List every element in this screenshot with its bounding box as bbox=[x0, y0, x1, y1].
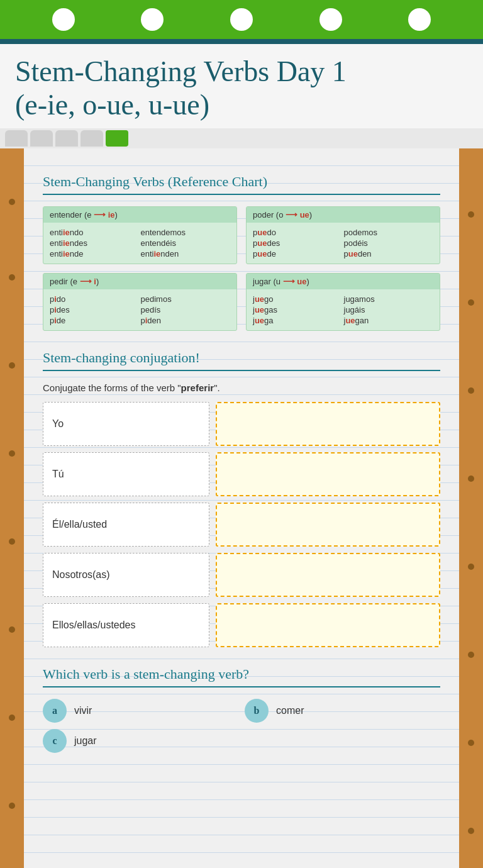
form-puedes: puedes bbox=[253, 238, 343, 248]
form-piden: piden bbox=[141, 316, 231, 325]
form-jugamos: jugamos bbox=[344, 294, 434, 304]
banner-dot-1 bbox=[52, 8, 75, 31]
verb-body-entender: entiiendo entendemos entiiendes entendéi… bbox=[43, 223, 236, 264]
verb-body-jugar: juego jugamos juegas jugáis juega juegan bbox=[247, 289, 440, 330]
form-juegas: juegas bbox=[253, 305, 343, 314]
left-bullet-4 bbox=[9, 450, 15, 457]
form-entendemos: entendemos bbox=[141, 228, 231, 237]
verb-box-poder: poder (o ⟶ ue) puedo podemos puedes podé… bbox=[246, 206, 440, 264]
form-podemos: podemos bbox=[344, 228, 434, 237]
right-bullet-5 bbox=[468, 564, 474, 570]
mc-circle-c: c bbox=[43, 729, 67, 753]
left-bullet-5 bbox=[9, 538, 15, 545]
banner-dot-2 bbox=[141, 8, 164, 31]
form-pedimos: pedimos bbox=[141, 294, 231, 304]
left-bullet-6 bbox=[9, 626, 15, 633]
content-wrapper: Stem-Changing Verbs (Reference Chart) en… bbox=[0, 148, 483, 868]
form-entiendo: entiiendo bbox=[50, 228, 140, 237]
verb-header-jugar: jugar (u ⟶ ue) bbox=[247, 274, 440, 289]
form-pedis: pedís bbox=[141, 305, 231, 314]
mc-section: Which verb is a stem-changing verb? a vi… bbox=[43, 666, 440, 753]
mc-option-b[interactable]: b comer bbox=[245, 699, 440, 723]
verb-box-pedir: pedir (e ⟶ i) pido pedimos pides pedís p… bbox=[43, 273, 237, 331]
left-margin bbox=[0, 148, 24, 868]
conj-input-nosotros[interactable] bbox=[216, 553, 440, 597]
tab-4[interactable] bbox=[80, 130, 103, 147]
form-pide: pide bbox=[50, 316, 140, 325]
form-pueden: pueden bbox=[344, 249, 434, 259]
verb-header-entender: entender (e ⟶ ie) bbox=[43, 207, 236, 223]
mc-text-c: jugar bbox=[74, 735, 97, 747]
verb-header-pedir: pedir (e ⟶ i) bbox=[43, 274, 236, 289]
conj-row-nosotros: Nosotros(as) bbox=[43, 553, 440, 597]
form-entiendes: entiiendes bbox=[50, 238, 140, 248]
verb-body-pedir: pido pedimos pides pedís pide piden bbox=[43, 289, 236, 330]
conj-row-yo: Yo bbox=[43, 402, 440, 446]
left-bullet-7 bbox=[9, 715, 15, 721]
mc-option-c[interactable]: c jugar bbox=[43, 729, 238, 753]
form-entendeis: entendéis bbox=[141, 238, 231, 248]
tabs-row bbox=[0, 128, 483, 148]
right-bullet-3 bbox=[468, 387, 474, 394]
right-bullet-8 bbox=[468, 828, 474, 834]
form-podeis: podéis bbox=[344, 238, 434, 248]
banner-dot-5 bbox=[408, 8, 431, 31]
ref-chart-heading: Stem-Changing Verbs (Reference Chart) bbox=[43, 174, 440, 190]
conj-row-tu: Tú bbox=[43, 452, 440, 496]
left-bullet-1 bbox=[9, 199, 15, 205]
form-puedo: puedo bbox=[253, 228, 343, 237]
form-juega: juega bbox=[253, 316, 343, 325]
mc-option-a[interactable]: a vivir bbox=[43, 699, 238, 723]
banner-dot-3 bbox=[230, 8, 253, 31]
tab-1[interactable] bbox=[5, 130, 28, 147]
form-entiende: entiiende bbox=[50, 249, 140, 259]
form-puede: puede bbox=[253, 249, 343, 259]
mc-divider bbox=[43, 686, 440, 687]
mc-circle-b: b bbox=[245, 699, 269, 723]
form-juegan: juegan bbox=[344, 316, 434, 325]
conj-input-tu[interactable] bbox=[216, 452, 440, 496]
page-title: Stem-Changing Verbs Day 1(e-ie, o-ue, u-… bbox=[15, 55, 468, 122]
conj-row-el: Él/ella/usted bbox=[43, 503, 440, 547]
paper-area: Stem-Changing Verbs (Reference Chart) en… bbox=[24, 148, 459, 868]
conj-instruction: Conjugate the forms of the verb "preferi… bbox=[43, 382, 440, 393]
tab-2[interactable] bbox=[30, 130, 53, 147]
conj-label-nosotros: Nosotros(as) bbox=[43, 553, 209, 597]
mc-heading: Which verb is a stem-changing verb? bbox=[43, 666, 440, 682]
mc-circle-a: a bbox=[43, 699, 67, 723]
form-juego: juego bbox=[253, 294, 343, 304]
left-bullet-8 bbox=[9, 803, 15, 809]
ref-chart-divider bbox=[43, 194, 440, 195]
right-bullet-6 bbox=[468, 652, 474, 658]
conj-label-yo: Yo bbox=[43, 402, 209, 446]
conj-divider bbox=[43, 370, 440, 371]
conj-row-ellos: Ellos/ellas/ustedes bbox=[43, 603, 440, 647]
verb-body-poder: puedo podemos puedes podéis puede pueden bbox=[247, 223, 440, 264]
verb-box-entender: entender (e ⟶ ie) entiiendo entendemos e… bbox=[43, 206, 237, 264]
conj-label-ellos: Ellos/ellas/ustedes bbox=[43, 603, 209, 647]
conj-label-el: Él/ella/usted bbox=[43, 503, 209, 547]
left-bullet-3 bbox=[9, 362, 15, 369]
conj-heading: Stem-changing conjugation! bbox=[43, 350, 440, 366]
banner-dot-4 bbox=[319, 8, 342, 31]
right-margin bbox=[459, 148, 483, 868]
verb-header-poder: poder (o ⟶ ue) bbox=[247, 207, 440, 223]
form-pides: pides bbox=[50, 305, 140, 314]
tab-green[interactable] bbox=[106, 130, 128, 147]
form-entienden: entiienden bbox=[141, 249, 231, 259]
verb-name: preferir bbox=[181, 382, 214, 393]
teal-stripe bbox=[0, 39, 483, 44]
verb-box-jugar: jugar (u ⟶ ue) juego jugamos juegas jugá… bbox=[246, 273, 440, 331]
form-jugais: jugáis bbox=[344, 305, 434, 314]
tab-3[interactable] bbox=[55, 130, 78, 147]
right-bullet-7 bbox=[468, 740, 474, 746]
right-bullet-4 bbox=[468, 476, 474, 482]
conj-input-ellos[interactable] bbox=[216, 603, 440, 647]
mc-options-grid: a vivir b comer c jugar bbox=[43, 699, 440, 753]
reference-chart: entender (e ⟶ ie) entiiendo entendemos e… bbox=[43, 206, 440, 331]
conj-input-el[interactable] bbox=[216, 503, 440, 547]
left-bullet-2 bbox=[9, 274, 15, 281]
conj-input-yo[interactable] bbox=[216, 402, 440, 446]
top-banner bbox=[0, 0, 483, 39]
right-bullet-2 bbox=[468, 299, 474, 306]
